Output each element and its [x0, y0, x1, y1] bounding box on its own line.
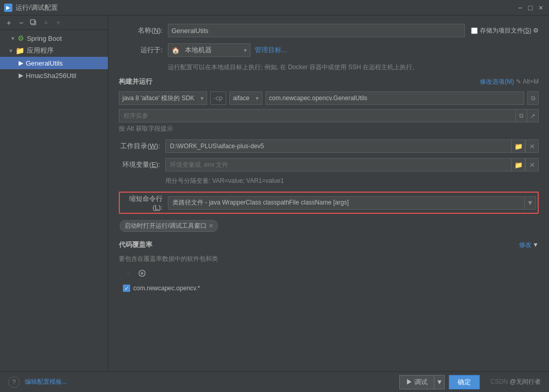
- launch-tag: 启动时打开运行/调试工具窗口 ✕: [120, 220, 218, 232]
- coverage-actions: −: [119, 268, 539, 279]
- run-on-row: 运行于: 🏠 本地机器 ▼ 管理目标...: [119, 43, 539, 57]
- chevron-icon: ▼: [10, 36, 15, 41]
- params-input[interactable]: [119, 109, 516, 122]
- shortcmd-label: 缩短命令行(L):: [121, 194, 168, 211]
- workdir-value: D:\WORK_PLUS\aiface-plus-dev5: [170, 143, 264, 150]
- manage-targets-link[interactable]: 管理目标...: [255, 45, 287, 55]
- sidebar-item-springboot[interactable]: ▼ ⚙ Spring Boot: [0, 32, 108, 44]
- workdir-clear-button[interactable]: ✕: [525, 139, 539, 153]
- coverage-header: 代码覆盖率 修改 ▼: [119, 240, 539, 249]
- debug-button[interactable]: ▶ 调试: [399, 375, 435, 389]
- watermark: CSDN @无间行者: [490, 378, 541, 386]
- sidebar: + − ▼ ⚙ Spring Boot: [0, 15, 108, 371]
- shortcmd-select[interactable]: 类路径文件 - java WrapperClass classpathFile …: [168, 196, 525, 210]
- debug-button-group: ▶ 调试 ▼: [399, 375, 445, 389]
- params-row: ⧉ ↗: [119, 109, 539, 122]
- sidebar-tree: ▼ ⚙ Spring Boot ▼ 📁 应用程序 ▶ GeneralUtils …: [0, 30, 108, 84]
- coverage-modify-link[interactable]: 修改: [519, 241, 531, 249]
- build-section-header: 构建并运行 修改选项(M) ✎ Alt+M: [119, 77, 539, 86]
- launch-tag-text: 启动时打开运行/调试工具窗口: [124, 222, 207, 230]
- shortcmd-arrow-icon[interactable]: ▼: [525, 196, 536, 210]
- coverage-add-button[interactable]: [136, 268, 148, 279]
- sidebar-springboot-label: Spring Boot: [27, 35, 62, 42]
- name-input[interactable]: [168, 24, 465, 37]
- sidebar-toolbar: + −: [0, 15, 108, 30]
- edit-templates-link[interactable]: 编辑配置模板...: [25, 378, 67, 386]
- main-layout: + − ▼ ⚙ Spring Boot: [0, 15, 549, 371]
- sdk-select-arrow-icon: ▼: [197, 96, 207, 101]
- shortcmd-value: 类路径文件 - java WrapperClass classpathFile …: [172, 198, 349, 207]
- class-name-value: com.newcapec.opencv.GeneralUtils: [269, 95, 368, 102]
- window-title: 运行/调试配置: [15, 3, 516, 12]
- watermark-username: @无间行者: [510, 378, 541, 385]
- run-on-label: 运行于:: [119, 45, 168, 55]
- chevron-icon-app: ▼: [8, 48, 13, 54]
- expand-params-button[interactable]: ↗: [527, 109, 539, 122]
- title-bar: ▶ 运行/调试配置 − □ ×: [0, 0, 549, 15]
- shortcmd-row: 缩短命令行(L): 类路径文件 - java WrapperClass clas…: [119, 192, 539, 214]
- bottom-right: ▶ 调试 ▼ 确定 CSDN @无间行者: [399, 375, 541, 389]
- module-select[interactable]: aiface ▼: [229, 91, 262, 105]
- add-config-button[interactable]: +: [3, 17, 14, 28]
- modify-options-link[interactable]: 修改选项(M): [480, 77, 514, 86]
- workdir-browse-button[interactable]: 📁: [512, 139, 525, 153]
- coverage-packages-hint: 要包含在覆盖率数据中的软件包和类: [119, 255, 539, 263]
- checkbox-check-icon: ✓: [124, 286, 129, 291]
- alt-hint: 按 Alt 获取字段提示: [119, 124, 539, 133]
- class-name-input[interactable]: com.newcapec.opencv.GeneralUtils: [265, 91, 524, 105]
- run-config-icon: ▶: [19, 59, 23, 67]
- ok-button[interactable]: 确定: [449, 375, 480, 389]
- modify-options-shortcut: ✎ Alt+M: [516, 78, 539, 85]
- close-button[interactable]: ×: [537, 4, 545, 12]
- minimize-button[interactable]: −: [516, 4, 524, 12]
- copy-config-button[interactable]: [28, 17, 39, 28]
- module-select-arrow-icon: ▼: [253, 96, 262, 101]
- run-on-arrow-icon: ▼: [241, 48, 250, 53]
- workdir-input[interactable]: D:\WORK_PLUS\aiface-plus-dev5: [165, 139, 512, 153]
- env-label: 环境变量(E):: [119, 160, 165, 169]
- env-clear-button[interactable]: ✕: [525, 158, 539, 171]
- launch-tag-row: 启动时打开运行/调试工具窗口 ✕: [120, 220, 539, 232]
- window-icon: ▶: [4, 4, 12, 12]
- maximize-button[interactable]: □: [526, 4, 535, 12]
- env-input[interactable]: [165, 158, 512, 171]
- sidebar-app-label: 应用程序: [27, 46, 54, 55]
- bottom-bar: ? 编辑配置模板... ▶ 调试 ▼ 确定 CSDN @无间行者: [0, 371, 549, 392]
- app-folder-icon: 📁: [15, 46, 24, 55]
- sidebar-generalutils-label: GeneralUtils: [26, 59, 63, 67]
- run-on-value: 本地机器: [183, 45, 241, 55]
- content-area: 名称(N): 存储为项目文件(S) ⚙ 运行于: 🏠 本地机器 ▼ 管理目标..…: [108, 15, 549, 371]
- workdir-label: 工作目录(W):: [119, 142, 165, 151]
- help-button[interactable]: ?: [8, 377, 20, 388]
- move-down-button[interactable]: [53, 17, 64, 28]
- sidebar-item-generalutils[interactable]: ▶ GeneralUtils: [0, 57, 108, 69]
- run-on-select[interactable]: 🏠 本地机器 ▼: [168, 43, 250, 57]
- hmac-icon: ▶: [19, 72, 23, 79]
- env-browse-button[interactable]: 📁: [512, 158, 525, 171]
- build-section-title: 构建并运行: [119, 77, 152, 86]
- sidebar-item-hmac[interactable]: ▶ HmacSha256Util: [0, 69, 108, 82]
- save-to-project-label: 存储为项目文件(S) ⚙: [480, 26, 539, 35]
- launch-tag-close-button[interactable]: ✕: [209, 223, 213, 229]
- env-row: 环境变量(E): 📁 ✕: [119, 158, 539, 171]
- cp-label: -cp: [210, 91, 226, 105]
- svg-rect-1: [30, 20, 35, 24]
- save-to-project-checkbox[interactable]: [471, 27, 478, 34]
- copy-params-button[interactable]: ⧉: [516, 109, 527, 122]
- name-label: 名称(N):: [119, 26, 168, 35]
- move-up-button[interactable]: [40, 17, 52, 28]
- coverage-remove-button[interactable]: −: [123, 268, 134, 279]
- remove-config-button[interactable]: −: [15, 17, 27, 28]
- coverage-item-label: com.newcapec.opencv.*: [133, 285, 200, 292]
- coverage-modify-arrow: ▼: [532, 241, 539, 248]
- sidebar-item-app[interactable]: ▼ 📁 应用程序: [0, 44, 108, 57]
- debug-split-button[interactable]: ▼: [434, 375, 445, 389]
- local-machine-icon: 🏠: [168, 46, 183, 54]
- module-select-text: aiface: [230, 95, 253, 102]
- spring-boot-icon: ⚙: [18, 34, 24, 42]
- copy-class-button[interactable]: ⧉: [527, 91, 539, 105]
- sdk-select[interactable]: java 8 'aiface' 模块的 SDK ▼: [119, 91, 207, 105]
- coverage-title: 代码覆盖率: [119, 240, 152, 249]
- coverage-checkbox[interactable]: ✓: [123, 285, 130, 292]
- coverage-section: 代码覆盖率 修改 ▼ 要包含在覆盖率数据中的软件包和类 − ✓ com.new: [119, 240, 539, 293]
